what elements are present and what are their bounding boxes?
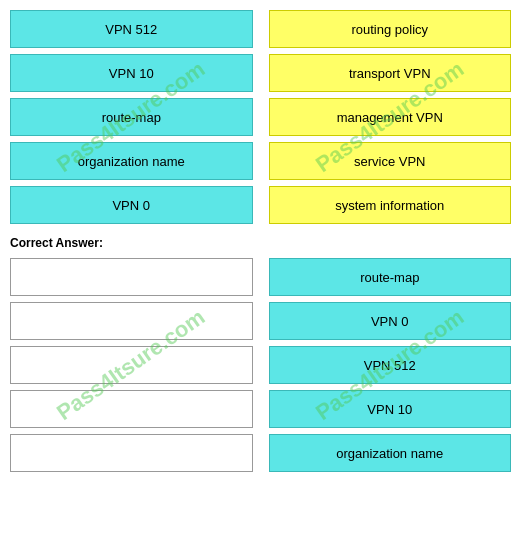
bottom-right-column: Pass4Itsure.com route-map VPN 0 VPN 512 … — [269, 258, 512, 472]
answer-slot[interactable] — [10, 346, 253, 384]
list-item[interactable]: organization name — [10, 142, 253, 180]
bottom-section: Pass4Itsure.com Pass4Itsure.com route-ma… — [10, 258, 511, 472]
top-left-column: Pass4Itsure.com VPN 512 VPN 10 route-map… — [10, 10, 253, 224]
list-item[interactable]: route-map — [10, 98, 253, 136]
list-item[interactable]: VPN 0 — [10, 186, 253, 224]
list-item[interactable]: routing policy — [269, 10, 512, 48]
list-item[interactable]: VPN 10 — [269, 390, 512, 428]
top-right-column: Pass4Itsure.com routing policy transport… — [269, 10, 512, 224]
answer-slot[interactable] — [10, 390, 253, 428]
answer-slot[interactable] — [10, 302, 253, 340]
list-item[interactable]: VPN 0 — [269, 302, 512, 340]
list-item[interactable]: system information — [269, 186, 512, 224]
list-item[interactable]: VPN 512 — [269, 346, 512, 384]
list-item[interactable]: organization name — [269, 434, 512, 472]
answer-slot[interactable] — [10, 258, 253, 296]
answer-slot[interactable] — [10, 434, 253, 472]
top-section: Pass4Itsure.com VPN 512 VPN 10 route-map… — [10, 10, 511, 224]
list-item[interactable]: VPN 10 — [10, 54, 253, 92]
list-item[interactable]: service VPN — [269, 142, 512, 180]
list-item[interactable]: VPN 512 — [10, 10, 253, 48]
correct-answer-label: Correct Answer: — [10, 236, 511, 250]
bottom-left-column: Pass4Itsure.com — [10, 258, 253, 472]
list-item[interactable]: route-map — [269, 258, 512, 296]
list-item[interactable]: transport VPN — [269, 54, 512, 92]
list-item[interactable]: management VPN — [269, 98, 512, 136]
